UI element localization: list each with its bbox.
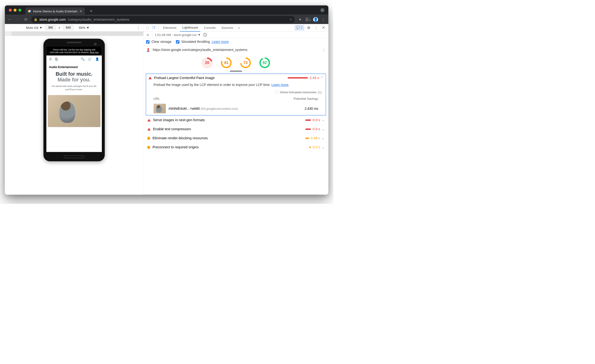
chevron-down-icon[interactable]: ⌄ [322, 136, 324, 140]
report-menu-icon[interactable]: ⋮ [322, 48, 326, 52]
minimize-window-icon[interactable] [14, 8, 16, 11]
zoom-select[interactable]: 65% ▼ [79, 26, 90, 29]
profile-icon[interactable]: 👤 [313, 17, 318, 22]
url-path: /category/audio_entertainment_systems [68, 17, 129, 21]
back-button[interactable]: ← [7, 17, 13, 22]
reload-button[interactable]: ⟳ [23, 17, 29, 22]
audit-row[interactable]: Enable text compression 0.9 s ⌄ [143, 124, 328, 134]
audit-row-time: 0.9 s [313, 118, 320, 122]
gauge-seo[interactable]: 92 [259, 57, 270, 68]
audit-row-title: Serve images in next-gen formats [153, 118, 205, 122]
gauge-accessibility[interactable]: 81 [221, 57, 232, 68]
new-tab-button[interactable]: ＋ [89, 8, 93, 14]
audit-learn-more-link[interactable]: Learn more [271, 83, 289, 87]
audit-header[interactable]: Preload Largest Contentful Paint image 2… [146, 74, 326, 82]
savings-bar [288, 77, 308, 79]
warning-icon [147, 146, 150, 149]
savings-bar [309, 147, 311, 148]
table-header: URL Potential Savings [154, 95, 318, 102]
devtools-tabs: ⬚ ❐ Elements Lighthouse Console Sources … [143, 24, 328, 31]
browser-tab[interactable]: Home Stereo & Audio Entertain ✕ [25, 7, 85, 15]
issues-badge[interactable]: 💬 2 [295, 25, 304, 30]
browser-window: Home Stereo & Audio Entertain ✕ ＋ ⌄ ← → … [5, 5, 328, 194]
audit-row[interactable]: Preconnect to required origins 0.3 s ⌄ [143, 143, 328, 152]
clear-storage-label: Clear storage [151, 40, 171, 43]
tab-sources[interactable]: Sources [219, 24, 235, 31]
warning-icon [147, 137, 150, 140]
savings-bar [305, 119, 311, 121]
settings-icon[interactable]: ⚙ [305, 25, 312, 30]
close-window-icon[interactable] [9, 8, 12, 11]
chevron-down-icon[interactable]: ⌄ [322, 118, 324, 122]
dimension-x: × [58, 26, 60, 29]
ruler [5, 31, 143, 36]
tab-title: Home Stereo & Audio Entertain [33, 9, 78, 13]
device-pane: Moto G4 ▼ × 65% ▼ ⋮ There's still time. … [5, 24, 143, 195]
star-icon[interactable]: ☆ [289, 17, 292, 21]
search-icon[interactable]: 🔍 [81, 57, 85, 61]
inspect-icon[interactable]: ⬚ [145, 26, 150, 29]
fail-icon [147, 128, 150, 130]
forward-button[interactable]: → [15, 17, 21, 22]
devtools-menu-icon[interactable]: ⋮ [313, 26, 319, 29]
audit-url: https://store.google.com/category/audio_… [153, 48, 248, 52]
new-report-icon[interactable]: ＋ [146, 32, 150, 38]
close-devtools-icon[interactable]: ✕ [320, 26, 327, 30]
phone-screen[interactable]: There's still time. Get free two-day shi… [46, 47, 102, 152]
device-stage: There's still time. Get free two-day shi… [5, 36, 143, 194]
device-menu-icon[interactable]: ⋮ [136, 25, 140, 30]
camera-icon [94, 43, 97, 45]
google-favicon-icon [28, 9, 31, 13]
clear-storage-checkbox[interactable] [146, 40, 150, 43]
throttling-checkbox[interactable] [176, 40, 179, 43]
throttling-label: Simulated throttling [181, 40, 210, 43]
third-party-checkbox[interactable] [275, 91, 278, 94]
chevron-up-icon[interactable]: ⌃ [321, 76, 323, 79]
learn-more-link[interactable]: Learn more [212, 40, 229, 43]
cart-icon[interactable]: 🛒 [88, 57, 92, 61]
options-row: Clear storage Simulated throttling Learn… [143, 38, 328, 45]
gauge-performance[interactable]: 20 [202, 57, 213, 68]
maximize-window-icon[interactable] [18, 8, 21, 11]
more-tabs-icon[interactable]: » [237, 26, 241, 29]
thumbnail-image [154, 104, 166, 113]
savings-table: URL Potential Savings /rbNNiE4oM…=w680 (… [146, 95, 326, 115]
tab-lighthouse[interactable]: Lighthouse [180, 24, 200, 32]
device-toolbar: Moto G4 ▼ × 65% ▼ ⋮ [5, 24, 143, 31]
extensions-icon[interactable]: ✦ [297, 17, 303, 22]
col-url: URL [154, 97, 293, 101]
width-input[interactable] [45, 25, 56, 30]
table-row: /rbNNiE4oM…=w680 (lh3.googleusercontent.… [154, 102, 318, 115]
audit-row[interactable]: Serve images in next-gen formats 0.9 s ⌄ [143, 115, 328, 124]
tab-console[interactable]: Console [201, 24, 218, 31]
lock-icon: 🔒 [34, 18, 37, 21]
content-split: Moto G4 ▼ × 65% ▼ ⋮ There's still time. … [5, 24, 328, 195]
chevron-down-icon[interactable]: ⌄ [322, 127, 324, 131]
close-tab-icon[interactable]: ✕ [79, 9, 82, 13]
lighthouse-subbar: ＋ 1:01:49 AM - store.google.cor ▼ [143, 31, 328, 38]
google-logo-icon[interactable] [55, 57, 58, 61]
fail-icon [149, 76, 152, 79]
device-mode-icon[interactable]: ❐ [151, 26, 156, 29]
menu-icon[interactable]: ⋮ [320, 17, 326, 22]
reading-list-icon[interactable]: ☰♪ [305, 17, 311, 22]
audit-row[interactable]: Eliminate render-blocking resources 0.49… [143, 134, 328, 143]
clear-icon[interactable] [203, 33, 207, 37]
account-icon[interactable]: 👤 [95, 57, 99, 61]
hamburger-icon[interactable]: ☰ [49, 57, 52, 61]
tab-elements[interactable]: Elements [161, 24, 179, 31]
shop-now-link[interactable]: Shop now [90, 51, 99, 54]
chevron-down-icon[interactable]: ⌄ [322, 145, 324, 149]
row-url: /rbNNiE4oM…=w680 (lh3.googleusercontent.… [169, 107, 302, 110]
chevron-down-icon[interactable]: ⌄ [320, 8, 324, 12]
url-input[interactable]: 🔒 store.google.com/category/audio_entert… [31, 16, 295, 23]
col-savings: Potential Savings [293, 97, 318, 101]
report-select[interactable]: 1:01:49 AM - store.google.cor ▼ [155, 33, 201, 37]
device-select[interactable]: Moto G4 ▼ [26, 26, 42, 29]
gauge-best-practices[interactable]: 73 [240, 57, 251, 68]
svg-rect-1 [148, 49, 149, 51]
audit-time: 2.43 s [310, 76, 319, 80]
score-gauges: 20 81 73 92 [143, 54, 328, 71]
hero-copy: Get started with audio packages that fit… [50, 85, 98, 91]
height-input[interactable] [63, 25, 74, 30]
